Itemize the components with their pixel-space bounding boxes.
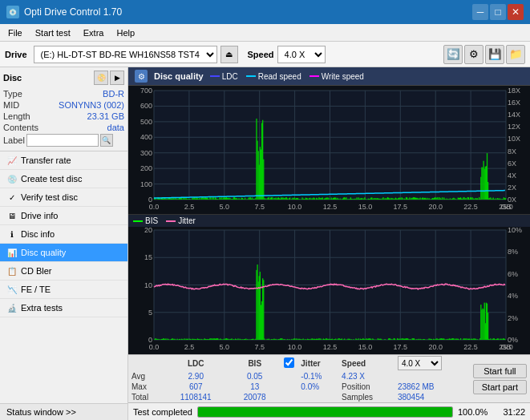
disc-quality-title: Disc quality [154, 71, 204, 81]
speed-header: Speed [338, 355, 394, 371]
disc-label-input[interactable] [26, 134, 99, 147]
menu-file[interactable]: File [3, 26, 27, 39]
type-label: Type [3, 89, 22, 99]
nav-disc-info-label: Disc info [21, 229, 55, 239]
menu-help[interactable]: Help [111, 26, 140, 39]
ldc-label: LDC [222, 72, 238, 81]
stats-total-row: Total 1108141 20078 Samples 380454 [128, 392, 470, 402]
legend-bis: BIS [133, 216, 158, 225]
extra-tests-icon: 🔬 [6, 302, 18, 313]
drive-toolbar: Drive (E:) HL-DT-ST BD-RE WH16NS58 TST4 … [0, 42, 530, 67]
contents-value: data [107, 123, 124, 132]
transfer-rate-icon: 📈 [6, 155, 18, 166]
write-speed-label: Write speed [322, 72, 364, 81]
progress-text: 100.0% [458, 407, 490, 417]
nav-extra-tests-label: Extra tests [21, 303, 63, 313]
avg-jitter: -0.1% [297, 371, 338, 382]
drive-select[interactable]: (E:) HL-DT-ST BD-RE WH16NS58 TST4 [34, 46, 217, 63]
label-label: Label [3, 135, 25, 145]
disc-quality-header: ⚙ Disc quality LDC Read speed Write spee… [128, 67, 530, 86]
nav-fe-te[interactable]: 📉 FE / TE [0, 281, 127, 299]
contents-label: Contents [3, 123, 38, 132]
status-window-label: Status window >> [6, 407, 76, 417]
cd-bler-icon: 📋 [6, 265, 18, 277]
maximize-button[interactable]: □ [490, 4, 506, 20]
stats-table-wrapper: LDC BIS Jitter Speed 4.0 X [128, 355, 470, 402]
nav-drive-info-label: Drive info [21, 211, 58, 220]
stats-speed-select[interactable]: 4.0 X [398, 356, 442, 370]
progress-bar-container [197, 406, 453, 418]
legend-write-speed: Write speed [310, 72, 364, 81]
avg-empty [281, 371, 297, 382]
disc-quality-icon: 📊 [6, 247, 18, 258]
position-value: 23862 MB [394, 382, 470, 392]
disc-icon-btn-1[interactable]: 📀 [94, 71, 108, 85]
speed-select-cell: 4.0 X [394, 355, 470, 371]
minimize-button[interactable]: ─ [472, 4, 488, 20]
save-button[interactable]: 💾 [485, 45, 504, 64]
start-part-button[interactable]: Start part [473, 380, 527, 394]
avg-extra [394, 371, 470, 382]
start-full-button[interactable]: Start full [473, 364, 527, 378]
eject-button[interactable]: ⏏ [220, 46, 238, 63]
create-test-disc-icon: 💿 [6, 173, 18, 184]
bis-label: BIS [145, 216, 158, 225]
disc-label-btn[interactable]: 🔍 [100, 134, 113, 147]
max-jitter: 0.0% [297, 382, 338, 392]
disc-info-icon: ℹ [6, 228, 18, 240]
app-title: Opti Drive Control 1.70 [24, 6, 122, 18]
menu-extra[interactable]: Extra [79, 26, 109, 39]
settings-button[interactable]: ⚙ [464, 45, 483, 64]
speed-select[interactable]: 4.0 X [277, 46, 326, 63]
bis-chart [128, 227, 530, 354]
jitter-checkbox[interactable] [284, 357, 294, 368]
nav-disc-quality[interactable]: 📊 Disc quality [0, 244, 127, 262]
status-window-button[interactable]: Status window >> [0, 403, 127, 420]
max-empty [281, 382, 297, 392]
nav-disc-info[interactable]: ℹ Disc info [0, 225, 127, 244]
stats-row-container: LDC BIS Jitter Speed 4.0 X [128, 355, 530, 402]
sidebar: Disc 📀 ▶ Type BD-R MID SONYNN3 (002) Len… [0, 67, 128, 420]
nav-verify-test-disc[interactable]: ✓ Verify test disc [0, 188, 127, 207]
read-speed-label: Read speed [258, 72, 301, 81]
avg-bis: 0.05 [229, 371, 281, 382]
jitter-check-cell [281, 355, 297, 371]
total-ldc: 1108141 [163, 392, 229, 402]
read-speed-dot [246, 75, 256, 77]
bis-canvas [128, 227, 530, 354]
refresh-button[interactable]: 🔄 [443, 45, 463, 64]
ldc-chart [128, 86, 530, 215]
ldc-header: LDC [163, 355, 229, 371]
nav-verify-test-disc-label: Verify test disc [21, 192, 78, 202]
total-empty [281, 392, 297, 402]
stats-header-row: LDC BIS Jitter Speed 4.0 X [128, 355, 470, 371]
status-bar: Test completed 100.0% 31:22 [128, 402, 530, 420]
nav-extra-tests[interactable]: 🔬 Extra tests [0, 299, 127, 317]
menu-bar: File Start test Extra Help [0, 24, 530, 42]
disc-icon-btn-2[interactable]: ▶ [110, 71, 124, 85]
stats-table: LDC BIS Jitter Speed 4.0 X [128, 355, 470, 402]
title-bar: 💿 Opti Drive Control 1.70 ─ □ ✕ [0, 0, 530, 24]
mid-label: MID [3, 100, 19, 110]
disc-label-row: Label 🔍 [3, 133, 124, 147]
legend: LDC Read speed Write speed [210, 72, 364, 81]
bis-header: BIS [229, 355, 281, 371]
nav-create-test-disc[interactable]: 💿 Create test disc [0, 170, 127, 188]
nav-drive-info[interactable]: 🖥 Drive info [0, 207, 127, 225]
nav-transfer-rate-label: Transfer rate [21, 155, 71, 165]
legend-read-speed: Read speed [246, 72, 301, 81]
jitter-dot [166, 220, 176, 222]
speed-label: Speed [248, 50, 274, 59]
menu-start-test[interactable]: Start test [30, 26, 75, 39]
nav-transfer-rate[interactable]: 📈 Transfer rate [0, 151, 127, 170]
drive-info-icon: 🖥 [6, 210, 18, 221]
time-text: 31:22 [495, 407, 525, 417]
speed-value: 4.23 X [338, 371, 394, 382]
verify-test-disc-icon: ✓ [6, 192, 18, 203]
open-button[interactable]: 📁 [506, 45, 525, 64]
nav-cd-bler[interactable]: 📋 CD Bler [0, 262, 127, 281]
nav-create-test-disc-label: Create test disc [21, 174, 82, 184]
bis-dot [133, 220, 143, 222]
close-button[interactable]: ✕ [508, 4, 524, 20]
stats-area: LDC BIS Jitter Speed 4.0 X [128, 354, 530, 402]
